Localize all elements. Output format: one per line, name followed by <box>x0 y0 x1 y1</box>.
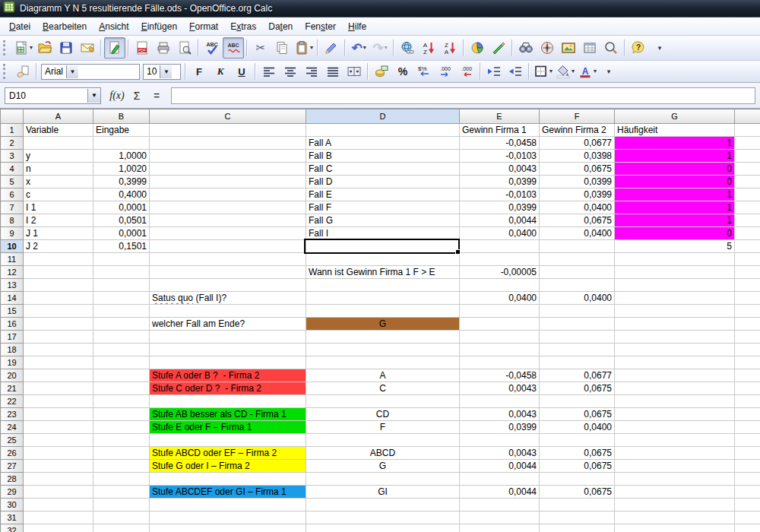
cell-F5[interactable]: 0,0399 <box>540 176 615 188</box>
sort-ascending-button[interactable]: AZ <box>418 37 439 59</box>
cell-E11[interactable] <box>460 253 540 266</box>
cell-G25[interactable] <box>615 434 735 447</box>
cell-B8[interactable]: 0,0501 <box>93 214 150 227</box>
cell-partial-14[interactable] <box>735 292 760 305</box>
cell-D19[interactable] <box>306 356 460 369</box>
row-header-15[interactable]: 15 <box>1 305 24 318</box>
cell-B29[interactable] <box>93 486 150 499</box>
cell-E31[interactable] <box>460 511 540 524</box>
cell-D22[interactable] <box>306 395 460 408</box>
cell-A14[interactable] <box>24 292 93 305</box>
insert-chart-button[interactable] <box>467 37 488 59</box>
cell-E3[interactable]: -0,0103 <box>460 150 540 163</box>
cell-B9[interactable]: 0,0001 <box>93 227 150 240</box>
row-header-29[interactable]: 29 <box>1 486 24 499</box>
cell-A31[interactable] <box>24 511 93 524</box>
toolbar-grip[interactable] <box>3 40 9 55</box>
cell-F7[interactable]: 0,0400 <box>540 201 615 214</box>
column-header-partial[interactable] <box>735 109 760 124</box>
cell-E22[interactable] <box>460 395 540 408</box>
menu-item-format[interactable]: Format <box>183 19 224 34</box>
chevron-down-icon[interactable]: ▾ <box>385 45 388 51</box>
cell-B32[interactable] <box>93 524 150 532</box>
cell-D3[interactable]: Fall B <box>306 150 460 163</box>
row-header-1[interactable]: 1 <box>1 124 24 137</box>
cell-E2[interactable]: -0,0458 <box>460 137 540 150</box>
column-header-E[interactable]: E <box>460 109 540 124</box>
cell-A30[interactable] <box>24 499 93 511</box>
cell-B18[interactable] <box>93 344 150 356</box>
cell-partial-12[interactable] <box>735 266 760 279</box>
cell-F18[interactable] <box>540 344 615 356</box>
styles-button[interactable] <box>12 61 33 82</box>
cell-A1[interactable]: Variable <box>24 124 93 137</box>
cell-E20[interactable]: -0,0458 <box>460 369 540 382</box>
cell-C22[interactable] <box>150 395 306 408</box>
row-header-8[interactable]: 8 <box>1 214 24 227</box>
cell-B14[interactable] <box>93 292 150 305</box>
row-header-12[interactable]: 12 <box>1 266 24 279</box>
cell-C26[interactable]: Stufe ABCD oder EF – Firma 2 <box>150 447 306 460</box>
row-header-10[interactable]: 10 <box>1 240 24 253</box>
name-box-dropdown-button[interactable]: ▼ <box>87 89 100 103</box>
cell-B21[interactable] <box>93 382 150 395</box>
cell-E16[interactable] <box>460 318 540 331</box>
cell-A23[interactable] <box>24 408 93 421</box>
cell-G27[interactable] <box>615 460 735 473</box>
row-header-14[interactable]: 14 <box>1 292 24 305</box>
cell-D10[interactable] <box>306 240 460 253</box>
cell-partial-19[interactable] <box>735 356 760 369</box>
chevron-down-icon[interactable]: ▾ <box>594 68 597 74</box>
font-size-combo[interactable]: 10▼ <box>143 64 181 80</box>
cell-partial-4[interactable] <box>735 163 760 176</box>
cell-A27[interactable] <box>24 460 93 473</box>
cell-A8[interactable]: I 2 <box>24 214 93 227</box>
cell-G24[interactable] <box>615 421 735 434</box>
cell-A5[interactable]: x <box>24 176 93 188</box>
cell-E32[interactable] <box>460 524 540 532</box>
add-decimal-button[interactable]: .000 <box>435 61 456 82</box>
cell-D1[interactable] <box>306 124 460 137</box>
cell-F10[interactable] <box>540 240 615 253</box>
spellcheck-button[interactable]: ABC <box>201 37 223 59</box>
export-pdf-button[interactable]: PDF <box>131 37 153 59</box>
cell-F12[interactable] <box>540 266 615 279</box>
title-bar[interactable]: Diagramm Y N 5 resultierende Fälle.ods -… <box>0 0 760 17</box>
cell-partial-16[interactable] <box>735 318 760 331</box>
cell-D26[interactable]: ABCD <box>306 447 460 460</box>
cell-G17[interactable] <box>615 331 735 344</box>
cell-E4[interactable]: 0,0043 <box>460 163 540 176</box>
menu-item-bearbeiten[interactable]: Bearbeiten <box>36 19 93 34</box>
menu-item-fenster[interactable]: Fenster <box>299 19 342 34</box>
cell-G20[interactable] <box>615 369 735 382</box>
cell-F28[interactable] <box>540 473 615 486</box>
cell-partial-2[interactable] <box>735 137 760 150</box>
column-header-C[interactable]: C <box>150 109 306 124</box>
cell-F19[interactable] <box>540 356 615 369</box>
cell-F4[interactable]: 0,0675 <box>540 163 615 176</box>
sort-descending-button[interactable]: ZA <box>439 37 461 59</box>
cell-D6[interactable]: Fall E <box>306 188 460 201</box>
cell-F26[interactable]: 0,0675 <box>540 447 615 460</box>
cell-partial-24[interactable] <box>735 421 760 434</box>
cell-B1[interactable]: Eingabe <box>93 124 150 137</box>
toolbar-options-button[interactable]: ▾ <box>649 37 670 59</box>
bold-button[interactable]: F <box>188 61 210 82</box>
cell-F22[interactable] <box>540 395 615 408</box>
cell-D16[interactable]: G <box>306 318 460 331</box>
cell-E5[interactable]: 0,0399 <box>460 176 540 188</box>
cell-A16[interactable] <box>24 318 93 331</box>
cell-partial-18[interactable] <box>735 344 760 356</box>
cell-D30[interactable] <box>306 499 460 511</box>
cell-E28[interactable] <box>460 473 540 486</box>
cell-G7[interactable]: 1 <box>615 201 735 214</box>
cell-partial-29[interactable] <box>735 486 760 499</box>
delete-decimal-button[interactable]: .000 <box>456 61 477 82</box>
cell-partial-1[interactable] <box>735 124 760 137</box>
chevron-down-icon[interactable]: ▼ <box>66 65 78 78</box>
cell-A2[interactable] <box>24 137 93 150</box>
underline-button[interactable]: U <box>231 61 252 82</box>
cell-F14[interactable]: 0,0400 <box>540 292 615 305</box>
row-header-28[interactable]: 28 <box>1 473 24 486</box>
cell-A18[interactable] <box>24 344 93 356</box>
